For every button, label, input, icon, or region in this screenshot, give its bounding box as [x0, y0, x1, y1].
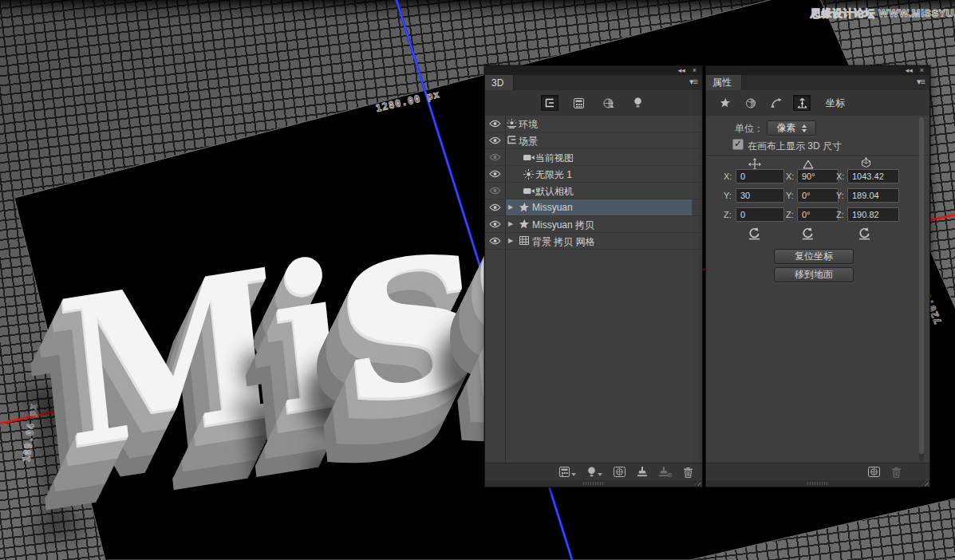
- list-item-scene[interactable]: 场景: [485, 132, 702, 149]
- list-item-current-view[interactable]: 当前视图: [485, 149, 702, 166]
- axis-label: Y:: [836, 191, 844, 200]
- scrollbar-thumb[interactable]: [919, 117, 924, 454]
- infinite-light-icon: [523, 169, 534, 182]
- deform-properties-icon[interactable]: [742, 95, 760, 111]
- 3d-panel: ◂◂ × 3D ▾≡ 环境: [484, 65, 703, 487]
- tab-properties[interactable]: 属性: [706, 75, 742, 90]
- axis-label: X:: [724, 172, 732, 181]
- list-item-default-camera[interactable]: 默认相机: [485, 183, 702, 199]
- reset-rotation-icon[interactable]: [801, 227, 815, 243]
- panel-menu-icon[interactable]: ▾≡: [689, 77, 697, 87]
- list-item-infinite-light[interactable]: 无限光 1: [485, 166, 702, 183]
- position-x-field[interactable]: 0: [736, 169, 784, 183]
- panel-group-bar: ◂◂ ×: [706, 66, 929, 75]
- axis-label: X:: [836, 172, 844, 181]
- visibility-eye-icon[interactable]: [489, 236, 501, 247]
- visibility-eye-icon[interactable]: [489, 152, 501, 164]
- close-panel-icon[interactable]: ×: [693, 67, 697, 74]
- filter-whole-scene-icon[interactable]: [541, 95, 558, 111]
- move-to-ground-icon[interactable]: [637, 467, 648, 477]
- axis-label: Z:: [786, 210, 794, 219]
- visibility-eye-icon[interactable]: [489, 136, 501, 147]
- reset-scale-icon[interactable]: [858, 227, 871, 243]
- drag-grip[interactable]: [583, 482, 604, 485]
- show-3d-dims-checkbox[interactable]: ✓: [732, 139, 744, 150]
- rotation-y-field[interactable]: 0°: [797, 188, 839, 203]
- reset-position-icon[interactable]: [748, 227, 761, 243]
- properties-scrollbar[interactable]: [919, 117, 924, 461]
- camera-icon: [523, 186, 535, 197]
- render-icon[interactable]: [614, 467, 625, 477]
- visibility-eye-icon[interactable]: [489, 203, 501, 214]
- new-light-icon[interactable]: [587, 467, 602, 478]
- list-item-label: Missyuan 拷贝: [532, 219, 594, 232]
- camera-icon: [523, 152, 535, 164]
- filter-lights-icon[interactable]: [629, 95, 647, 111]
- panel-resize-grip[interactable]: [706, 480, 929, 487]
- collapse-panel-icon[interactable]: ◂◂: [678, 67, 685, 74]
- list-item-missyuan-copy[interactable]: ▶ Missyuan 拷贝: [485, 216, 702, 233]
- mesh-properties-icon[interactable]: [716, 95, 734, 111]
- coordinates-properties-icon[interactable]: [793, 95, 811, 111]
- collapse-panel-icon[interactable]: ◂◂: [906, 67, 913, 74]
- rotation-x-field[interactable]: 90°: [797, 169, 839, 183]
- grid-mesh-icon: [519, 236, 529, 247]
- scale-y-field[interactable]: 189.04: [847, 188, 899, 203]
- properties-mode-bar: 坐标: [706, 90, 929, 116]
- scene-icon: [507, 136, 517, 147]
- resize-corner[interactable]: [921, 479, 929, 486]
- list-item-label: 环境: [519, 118, 538, 132]
- 3d-scene-tree: 环境 场景 当前视图 无限光 1 默认相机: [485, 116, 702, 463]
- filter-materials-icon[interactable]: [600, 95, 618, 111]
- photoshop-3d-workspace: 1280.00 px 189.04 px 720.00 px Miss 思缘设计…: [0, 0, 955, 560]
- units-dropdown[interactable]: 像素: [767, 120, 816, 136]
- panel-menu-icon[interactable]: ▾≡: [917, 77, 925, 87]
- properties-title: 坐标: [826, 97, 845, 110]
- drag-grip[interactable]: [807, 482, 828, 485]
- units-label: 单位：: [735, 122, 764, 136]
- snap-to-ground-disabled-icon[interactable]: [659, 467, 672, 477]
- rotation-z-field[interactable]: 0°: [797, 207, 839, 222]
- visibility-eye-icon[interactable]: [489, 119, 501, 130]
- resize-corner[interactable]: [694, 479, 701, 486]
- tab-3d[interactable]: 3D: [485, 75, 514, 90]
- filter-meshes-icon[interactable]: [570, 95, 588, 111]
- new-mesh-icon[interactable]: [559, 467, 576, 477]
- list-item-label: 背景 拷贝 网格: [532, 235, 595, 249]
- 3d-mesh-icon: [519, 219, 530, 231]
- cap-properties-icon[interactable]: [768, 95, 785, 111]
- list-item-environment[interactable]: 环境: [485, 116, 702, 132]
- delete-icon[interactable]: [891, 467, 902, 478]
- axis-label: Y:: [724, 191, 732, 200]
- units-value: 像素: [777, 121, 796, 135]
- delete-icon[interactable]: [683, 467, 693, 478]
- watermark-text: 思缘设计论坛 WWW.MISSYUAN.COM: [811, 6, 955, 21]
- list-item-label: 当前视图: [535, 152, 574, 165]
- close-panel-icon[interactable]: ×: [920, 67, 924, 74]
- axis-label: Y:: [786, 191, 794, 200]
- render-icon[interactable]: [868, 467, 880, 477]
- environment-icon: [507, 119, 517, 131]
- list-item-label: 无限光 1: [535, 168, 572, 182]
- axis-label: X:: [786, 172, 794, 181]
- position-y-field[interactable]: 30: [736, 188, 784, 203]
- expander-icon[interactable]: ▶: [508, 220, 513, 227]
- list-item-label: Missyuan: [532, 202, 573, 213]
- visibility-eye-icon[interactable]: [489, 186, 501, 197]
- visibility-eye-icon[interactable]: [489, 219, 501, 231]
- move-to-ground-button[interactable]: 移到地面: [774, 267, 854, 282]
- 3d-panel-tab-row: 3D ▾≡: [485, 75, 702, 90]
- visibility-eye-icon[interactable]: [489, 169, 501, 180]
- expander-icon[interactable]: ▶: [508, 203, 513, 211]
- scale-x-field[interactable]: 1043.42: [847, 169, 899, 183]
- 3d-mesh-icon: [519, 203, 530, 215]
- panel-resize-grip[interactable]: [485, 480, 702, 487]
- list-item-background-copy-mesh[interactable]: ▶ 背景 拷贝 网格: [485, 233, 702, 250]
- reset-coordinates-button[interactable]: 复位坐标: [774, 249, 854, 264]
- properties-panel: ◂◂ × 属性 ▾≡ 坐标 单位： 像素: [705, 65, 930, 487]
- list-item-missyuan-selected[interactable]: ▶ Missyuan: [485, 199, 702, 216]
- position-z-field[interactable]: 0: [736, 207, 784, 222]
- expander-icon[interactable]: ▶: [508, 237, 513, 244]
- coordinates-content: 单位： 像素 ✓ 在画布上显示 3D 尺寸 X: 0 X: 90°: [706, 116, 929, 463]
- scale-z-field[interactable]: 190.82: [847, 207, 899, 222]
